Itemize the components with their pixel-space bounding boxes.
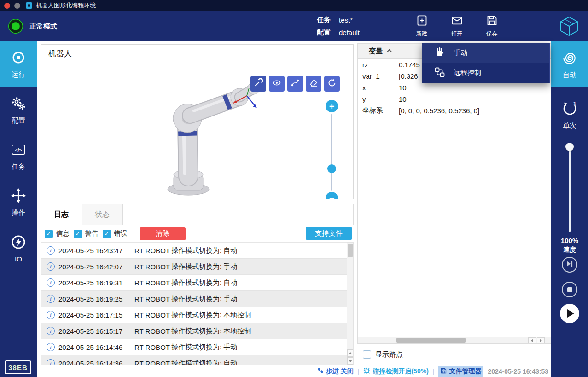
- close-button[interactable]: [4, 3, 10, 9]
- variable-value: 10: [399, 95, 551, 103]
- log-time: 2024-05-25 16:15:17: [58, 327, 134, 335]
- collision-burst-icon: [363, 367, 370, 376]
- io-bolt-icon: [11, 234, 26, 252]
- log-time: 2024-05-25 16:19:31: [58, 279, 134, 287]
- file-manager-button[interactable]: 文件管理器: [438, 366, 483, 377]
- window-titlebar: 机器人图形化编程环境: [0, 0, 588, 11]
- sidebar-item-run[interactable]: 运行: [0, 41, 37, 87]
- move-arrows-icon: [11, 188, 26, 205]
- brand-cube-logo: [558, 15, 581, 38]
- minimize-button[interactable]: [14, 3, 20, 9]
- show-waypoints-checkbox[interactable]: [363, 350, 371, 359]
- config-value: default: [339, 29, 360, 36]
- speed-readout: 100% 速度: [551, 237, 588, 254]
- stop-button[interactable]: [562, 282, 577, 297]
- main-content: 机器人: [37, 41, 551, 365]
- warning-checkbox-label: 警告: [85, 229, 99, 238]
- variable-row[interactable]: y 10: [358, 93, 551, 105]
- new-button[interactable]: 新建: [404, 14, 439, 39]
- zoom-slider-track[interactable]: [331, 114, 332, 191]
- log-source: RT ROBOT: [134, 343, 171, 351]
- save-button[interactable]: 保存: [474, 14, 509, 39]
- info-icon: i: [47, 262, 55, 271]
- mode-status-label: 正常模式: [29, 22, 57, 31]
- new-button-label: 新建: [416, 30, 427, 38]
- sidebar-item-operate[interactable]: 操作: [0, 180, 37, 226]
- scrollbar-thumb[interactable]: [348, 244, 353, 257]
- sidebar-item-io-label: IO: [15, 255, 22, 263]
- variable-row[interactable]: x 10: [358, 82, 551, 93]
- tools-button[interactable]: [250, 76, 266, 92]
- tab-log[interactable]: 日志: [41, 204, 82, 225]
- tab-status[interactable]: 状态: [82, 204, 123, 225]
- variables-panel: 变量 rz 0.1745 var_1 [0.326 x 10 y 10 坐标系 …: [357, 43, 551, 344]
- speed-slider-track[interactable]: [569, 145, 571, 232]
- sidebar-item-config[interactable]: 配置: [0, 87, 37, 133]
- log-message: 操作模式切换为: 手动: [171, 295, 347, 303]
- sidebar-item-operate-label: 操作: [12, 209, 25, 217]
- scroll-down-button[interactable]: [347, 357, 353, 365]
- variables-title: 变量: [369, 47, 383, 56]
- info-checkbox[interactable]: ✓: [45, 230, 53, 238]
- log-row: i 2024-05-25 16:14:46 RT ROBOT 操作模式切换为: …: [41, 339, 347, 355]
- window-title: 机器人图形化编程环境: [36, 1, 96, 10]
- clear-log-button[interactable]: 清除: [140, 227, 186, 240]
- zoom-slider-handle[interactable]: [327, 164, 336, 173]
- log-time: 2024-05-25 16:17:15: [58, 311, 134, 319]
- variables-horizontal-scrollbar[interactable]: [358, 337, 551, 343]
- code-task-icon: </>: [11, 142, 26, 159]
- reset-view-button[interactable]: [324, 76, 340, 92]
- log-list[interactable]: i 2024-05-25 16:43:47 RT ROBOT 操作模式切换为: …: [41, 242, 347, 365]
- variable-row[interactable]: 坐标系 [0, 0, 0, 0.5236, 0.5236, 0]: [358, 105, 551, 116]
- scroll-up-button[interactable]: [347, 349, 353, 357]
- header-actions: 新建 打开 保存: [404, 14, 509, 39]
- chevron-down-icon: [349, 360, 352, 362]
- mode-status-indicator: [8, 19, 23, 34]
- task-label: 任务: [317, 16, 336, 24]
- open-button[interactable]: 打开: [439, 14, 474, 39]
- log-filterbar: ✓ 信息 ✓ 警告 ✓ 错误 清除 支持文件: [41, 225, 354, 242]
- task-config-info: 任务 test* 配置 default: [317, 14, 360, 39]
- log-row: i 2024-05-25 16:19:25 RT ROBOT 操作模式切换为: …: [41, 291, 347, 307]
- log-source: RT ROBOT: [134, 360, 171, 365]
- single-run-button[interactable]: 1 单次: [551, 95, 588, 135]
- menu-item-manual[interactable]: 手动: [422, 43, 549, 63]
- save-icon: [486, 14, 498, 29]
- collision-detection-status[interactable]: 碰撞检测开启(50%): [363, 367, 428, 376]
- speed-label: 速度: [551, 246, 588, 254]
- scroll-left-button[interactable]: [528, 337, 536, 343]
- error-checkbox[interactable]: ✓: [103, 230, 111, 238]
- step-forward-button[interactable]: [562, 257, 577, 273]
- sidebar-item-io[interactable]: IO: [0, 226, 37, 272]
- log-source: RT ROBOT: [134, 279, 171, 287]
- zoom-out-button[interactable]: −: [326, 192, 338, 199]
- sidebar-item-task[interactable]: </> 任务: [0, 133, 37, 180]
- robot-programming-app: 机器人图形化编程环境 正常模式 任务 test* 配置 default: [0, 0, 588, 377]
- auto-mode-button[interactable]: 自动: [551, 41, 588, 87]
- log-tabs: 日志 状态: [41, 204, 354, 225]
- erase-button[interactable]: [306, 76, 321, 92]
- collision-detection-label: 碰撞检测开启(50%): [373, 367, 428, 376]
- robot-3d-panel: 机器人: [41, 44, 354, 199]
- scroll-right-button[interactable]: [537, 337, 545, 343]
- config-label: 配置: [317, 28, 336, 37]
- zoom-in-button[interactable]: +: [326, 100, 338, 112]
- scrollbar-thumb[interactable]: [396, 338, 466, 343]
- log-message: 操作模式切换为: 手动: [171, 343, 347, 352]
- speed-value: 100%: [551, 237, 588, 244]
- collapse-chevron-icon: [387, 49, 392, 54]
- path-button[interactable]: [287, 76, 303, 92]
- status-timestamp: 2024-05-25 16:43:53: [488, 368, 548, 375]
- support-files-button[interactable]: 支持文件: [306, 227, 352, 240]
- view-button[interactable]: [269, 76, 285, 92]
- step-mode-status[interactable]: 步进 关闭: [317, 367, 354, 376]
- speed-slider-handle[interactable]: [565, 143, 574, 151]
- log-vertical-scrollbar[interactable]: [347, 242, 354, 365]
- warning-checkbox[interactable]: ✓: [74, 230, 82, 238]
- play-button[interactable]: [560, 304, 579, 323]
- log-row: i 2024-05-25 16:15:17 RT ROBOT 操作模式切换为: …: [41, 323, 347, 339]
- open-file-icon: [451, 14, 463, 29]
- robot-3d-viewport[interactable]: + −: [41, 63, 353, 199]
- menu-item-remote-control[interactable]: 远程控制: [422, 63, 549, 83]
- hand-icon: [434, 47, 445, 59]
